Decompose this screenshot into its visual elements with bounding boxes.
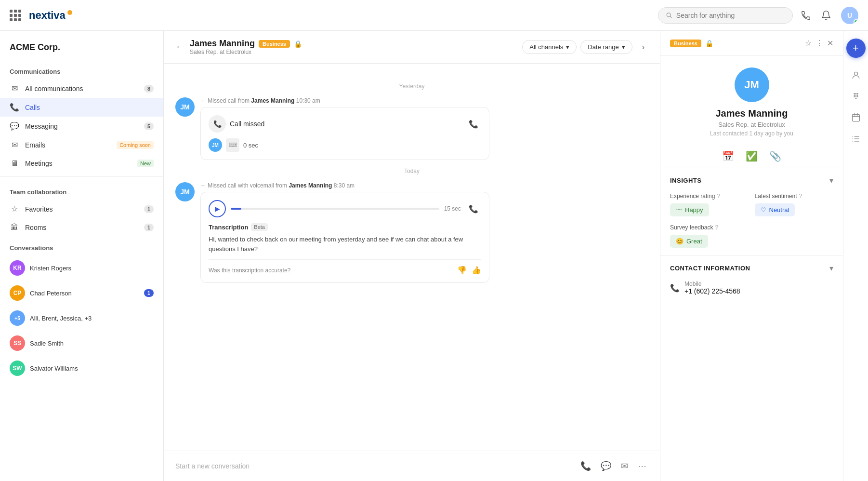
latest-sentiment-label: Latest sentiment ?: [755, 193, 834, 200]
far-keypad-button[interactable]: [846, 87, 866, 106]
audio-progress-bar[interactable]: [231, 208, 439, 210]
survey-help-icon[interactable]: ?: [715, 224, 718, 231]
latest-sentiment-card: Latest sentiment ? ♡ Neutral: [755, 193, 834, 216]
sidebar-divider: [0, 176, 163, 177]
experience-help-icon[interactable]: ?: [717, 193, 720, 200]
voicemail-bubble-wrap: ← Missed call with voicemail from James …: [200, 182, 648, 283]
conversation-item-chad[interactable]: CP Chad Peterson 1: [0, 281, 163, 306]
transcription-row: Transcription Beta: [209, 223, 481, 231]
chat-more-button[interactable]: ⋯: [636, 459, 648, 473]
chat-phone-button[interactable]: 📞: [579, 459, 593, 473]
sidebar-item-calls[interactable]: 📞 Calls: [0, 98, 163, 117]
rp-more-button[interactable]: ⋮: [815, 39, 823, 48]
far-calendar-button[interactable]: [846, 108, 866, 127]
call-duration-text: 0 sec: [243, 142, 258, 149]
missed-call-phone-icon: 📞: [209, 115, 226, 133]
quick-action-tasks[interactable]: ✅: [746, 150, 758, 162]
rp-lock-icon: 🔒: [705, 40, 713, 47]
great-icon: 😊: [676, 238, 684, 245]
main-layout: ACME Corp. Communications ✉ All communic…: [0, 31, 868, 481]
call-back-button[interactable]: 📞: [466, 116, 481, 132]
emails-icon: ✉: [10, 140, 19, 149]
svg-point-21: [852, 138, 853, 139]
person-icon: [851, 70, 861, 80]
chat-email-button[interactable]: ✉: [619, 459, 630, 473]
neutral-icon: ♡: [761, 206, 766, 214]
far-right-bar: +: [843, 31, 868, 481]
chat-contact-info: James Manning Business 🔒 Sales Rep. at E…: [190, 39, 302, 55]
notifications-icon-button[interactable]: [821, 10, 831, 21]
far-list-button[interactable]: [846, 129, 866, 148]
right-panel-header: Business 🔒 ☆ ⋮ ✕: [660, 31, 843, 56]
insights-section: INSIGHTS ▾ Experience rating ? 〰 Happy: [660, 168, 843, 256]
voicemail-prefix: ← Missed call with voicemail from: [200, 182, 289, 189]
feedback-question: Was this transcription accurate?: [209, 267, 452, 274]
mobile-row: 📞 Mobile +1 (602) 225-4568: [670, 281, 833, 295]
thumbs-up-button[interactable]: 👍: [472, 266, 481, 275]
search-input[interactable]: [676, 12, 785, 19]
search-icon: [666, 12, 672, 19]
sidebar-item-messaging[interactable]: 💬 Messaging 5: [0, 117, 163, 135]
conversation-item-salvator[interactable]: SW Salvator Williams: [0, 356, 163, 381]
svg-point-7: [855, 94, 856, 96]
sidebar-item-favorites[interactable]: ☆ Favorites 1: [0, 200, 163, 218]
add-fab-button[interactable]: +: [846, 39, 866, 58]
date-range-filter[interactable]: Date range ▾: [580, 40, 632, 54]
thumbs-down-button[interactable]: 👎: [457, 266, 467, 275]
voicemail-card: ▶ 15 sec 📞 Transcription Beta Hi, wanted…: [200, 192, 489, 283]
svg-rect-13: [852, 114, 859, 121]
sidebar: ACME Corp. Communications ✉ All communic…: [0, 31, 164, 481]
sidebar-item-emails[interactable]: ✉ Emails Coming soon: [0, 135, 163, 154]
logo-text: nextiva: [29, 9, 66, 22]
contact-last-contacted: Last contacted 1 day ago by you: [710, 130, 793, 137]
sidebar-label-calls: Calls: [25, 104, 154, 111]
sidebar-item-meetings[interactable]: 🖥 Meetings New: [0, 154, 163, 173]
chat-contact-name: James Manning: [190, 39, 255, 49]
rp-close-button[interactable]: ✕: [827, 39, 833, 48]
experience-rating-card: Experience rating ? 〰 Happy: [670, 193, 749, 216]
survey-feedback-label: Survey feedback ?: [670, 224, 833, 231]
collapse-button[interactable]: ›: [638, 41, 648, 53]
rp-star-button[interactable]: ☆: [805, 39, 812, 48]
conv-name-alli: Alli, Brent, Jessica, +3: [30, 315, 154, 322]
sentiment-help-icon[interactable]: ?: [799, 193, 802, 200]
all-communications-icon: ✉: [10, 84, 19, 93]
back-button[interactable]: ←: [175, 42, 184, 52]
conversation-item-sadie[interactable]: SS Sadie Smith: [0, 331, 163, 356]
badge-all-communications: 8: [144, 85, 154, 93]
conv-name-sadie: Sadie Smith: [30, 340, 154, 347]
missed-call-prefix: ← Missed call from: [200, 97, 251, 104]
user-avatar[interactable]: U: [841, 7, 858, 24]
missed-call-time-val: 10:30 am: [296, 97, 320, 104]
nav-icons: U: [801, 7, 858, 24]
chat-input-placeholder: Start a new conversation: [175, 462, 573, 470]
contact-info-collapse-button[interactable]: ▾: [829, 264, 833, 273]
logo[interactable]: nextiva: [29, 9, 72, 22]
conversation-item-alli[interactable]: +5 Alli, Brent, Jessica, +3: [0, 306, 163, 331]
svg-point-9: [854, 96, 855, 98]
quick-action-attachment[interactable]: 📎: [769, 150, 781, 162]
conversation-item-kristen[interactable]: KR Kristen Rogers: [0, 255, 163, 281]
phone-icon-button[interactable]: [801, 10, 811, 21]
caller-avatar-sm: JM: [209, 138, 222, 152]
messaging-icon: 💬: [10, 121, 19, 131]
grid-menu-icon[interactable]: [10, 10, 21, 21]
sidebar-item-rooms[interactable]: 🏛 Rooms 1: [0, 218, 163, 237]
insights-collapse-button[interactable]: ▾: [829, 176, 833, 185]
sidebar-item-all-communications[interactable]: ✉ All communications 8: [0, 79, 163, 98]
play-button[interactable]: ▶: [209, 200, 226, 217]
far-contacts-button[interactable]: [846, 66, 866, 85]
quick-action-calendar[interactable]: 📅: [722, 150, 734, 162]
svg-point-8: [857, 94, 858, 96]
svg-point-22: [852, 141, 853, 142]
voicemail-call-back-btn[interactable]: 📞: [466, 201, 481, 216]
chat-message-button[interactable]: 💬: [599, 459, 613, 473]
svg-point-2: [854, 72, 857, 75]
audio-player: ▶ 15 sec 📞: [209, 200, 481, 217]
avatar-alli: +5: [10, 310, 25, 326]
search-bar[interactable]: [658, 7, 793, 24]
svg-point-3: [854, 93, 855, 94]
mobile-label: Mobile: [684, 281, 740, 287]
all-channels-filter[interactable]: All channels ▾: [522, 40, 577, 54]
audio-progress-fill: [231, 208, 241, 210]
